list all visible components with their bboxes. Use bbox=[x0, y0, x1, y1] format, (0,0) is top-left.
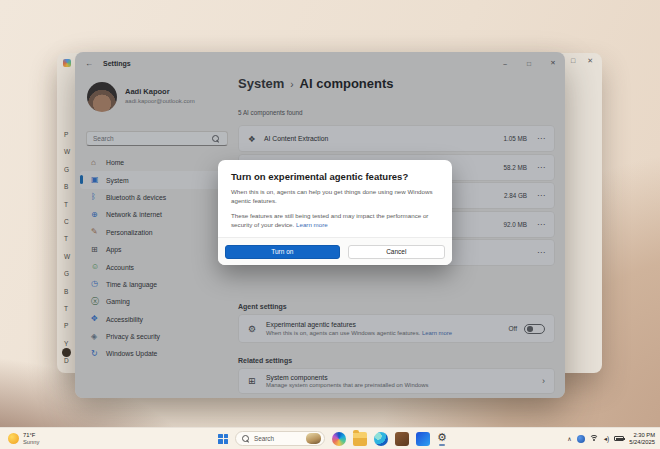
close-icon[interactable]: ✕ bbox=[587, 57, 593, 65]
cancel-button[interactable]: Cancel bbox=[348, 245, 445, 259]
battery-icon[interactable] bbox=[614, 436, 624, 441]
app-icon[interactable] bbox=[416, 432, 430, 446]
clock[interactable]: 2:30 PM 5/24/2025 bbox=[629, 432, 655, 446]
learn-more-link[interactable]: Learn more bbox=[296, 221, 328, 228]
dialog-footer: Turn on Cancel bbox=[218, 237, 452, 265]
wifi-icon[interactable] bbox=[590, 435, 599, 442]
edge-browser-icon[interactable] bbox=[374, 432, 388, 446]
weather-temperature: 71°F bbox=[23, 432, 39, 439]
dialog-title: Turn on experimental agentic features? bbox=[218, 160, 452, 182]
maximize-button[interactable]: □ bbox=[571, 57, 575, 65]
tray-time: 2:30 PM bbox=[633, 432, 655, 439]
active-app-indicator bbox=[439, 444, 445, 446]
avatar bbox=[62, 348, 71, 357]
taskbar: 71°F Sunny Search ⚙ ∧ ◂) 2:30 PM 5/24/20… bbox=[0, 427, 660, 449]
weather-widget[interactable]: 71°F Sunny bbox=[8, 432, 39, 445]
settings-taskbar-icon[interactable]: ⚙ bbox=[437, 431, 447, 445]
settings-app-icon bbox=[63, 59, 71, 67]
sun-icon bbox=[8, 433, 19, 444]
background-sidebar-text: P W G B T C T W G B T P Y D bbox=[64, 131, 70, 374]
gear-icon: ⚙ bbox=[437, 431, 447, 443]
taskbar-search[interactable]: Search bbox=[235, 431, 325, 446]
tray-date: 5/24/2025 bbox=[629, 439, 655, 446]
start-button[interactable] bbox=[218, 434, 228, 444]
search-icon bbox=[242, 435, 250, 443]
weather-condition: Sunny bbox=[23, 439, 39, 446]
app-icon[interactable] bbox=[395, 432, 409, 446]
settings-window: ← Settings – □ ✕ Aadi Kapoor aadi.kapoor… bbox=[75, 52, 565, 398]
agentic-features-dialog: Turn on experimental agentic features? W… bbox=[218, 160, 452, 265]
turn-on-button[interactable]: Turn on bbox=[225, 245, 340, 259]
system-tray: ∧ ◂) 2:30 PM 5/24/2025 bbox=[567, 428, 655, 449]
copilot-icon[interactable] bbox=[332, 432, 346, 446]
search-highlight-image bbox=[306, 433, 321, 444]
tray-app-icon[interactable] bbox=[577, 435, 585, 443]
file-explorer-icon[interactable] bbox=[353, 432, 367, 446]
hidden-icons-chevron[interactable]: ∧ bbox=[567, 435, 571, 442]
volume-icon[interactable]: ◂) bbox=[604, 435, 609, 443]
